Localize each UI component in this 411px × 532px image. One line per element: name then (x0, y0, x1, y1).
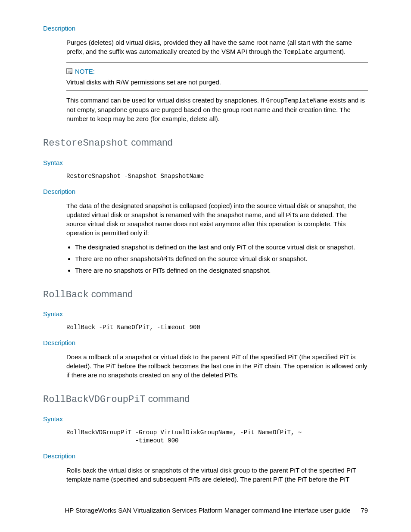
syntax-code: RollBackVDGroupPiT -Group VirtualDiskGro… (66, 429, 368, 445)
heading-text: command (89, 289, 133, 299)
footer-title: HP StorageWorks SAN Virtualization Servi… (65, 507, 351, 514)
syntax-code: RollBack -Pit NameOfPiT, -timeout 900 (66, 324, 368, 332)
inline-code: GroupTemplateName (266, 97, 328, 104)
description-label: Description (43, 187, 368, 196)
inline-code: Template (283, 49, 312, 56)
syntax-label: Syntax (43, 309, 368, 318)
note-label: NOTE: (75, 67, 95, 76)
restoresnapshot-heading: RestoreSnapshot command (43, 136, 368, 150)
heading-code: RollBack (43, 289, 89, 300)
heading-text: command (128, 137, 173, 148)
desc-paragraph: Rolls back the virtual disks or snapshot… (66, 466, 368, 484)
list-item: The designated snapshot is defined on th… (75, 243, 368, 252)
desc-paragraph: The data of the designated snapshot is c… (66, 201, 368, 237)
syntax-label: Syntax (43, 158, 368, 167)
note-heading: NOTE: (66, 67, 368, 76)
syntax-code: RestoreSnapshot -Snapshot SnapshotName (66, 172, 368, 181)
desc-paragraph: Does a rollback of a snapshot or virtual… (66, 352, 368, 380)
description-label: Description (43, 24, 368, 33)
note-rule-bottom (66, 90, 368, 90)
page-number: 79 (361, 506, 368, 515)
description-label: Description (43, 451, 368, 460)
text-span: This command can be used for virtual dis… (66, 96, 266, 104)
rollbackvdgrouppit-heading: RollBackVDGroupPiT command (43, 392, 368, 407)
list-item: There are no snapshots or PiTs defined o… (75, 266, 368, 275)
rollback-heading: RollBack command (43, 288, 368, 302)
page-container: Description Purges (deletes) old virtual… (0, 0, 411, 532)
note-icon (66, 68, 72, 74)
desc-paragraph-1: Purges (deletes) old virtual disks, prov… (66, 38, 368, 57)
description-label: Description (43, 338, 368, 347)
page-footer: HP StorageWorks SAN Virtualization Servi… (43, 506, 368, 515)
note-text: Virtual disks with R/W permissions set a… (66, 78, 368, 87)
heading-text: command (146, 393, 190, 404)
bullet-list: The designated snapshot is defined on th… (66, 243, 368, 275)
note-rule-top (66, 62, 368, 62)
list-item: There are no other snapshots/PiTs define… (75, 254, 368, 263)
heading-code: RestoreSnapshot (43, 138, 128, 149)
text-span: argument). (312, 48, 346, 55)
desc-paragraph-2: This command can be used for virtual dis… (66, 96, 368, 124)
note-block: NOTE: Virtual disks with R/W permissions… (66, 62, 368, 90)
syntax-label: Syntax (43, 414, 368, 423)
heading-code: RollBackVDGroupPiT (43, 394, 146, 405)
